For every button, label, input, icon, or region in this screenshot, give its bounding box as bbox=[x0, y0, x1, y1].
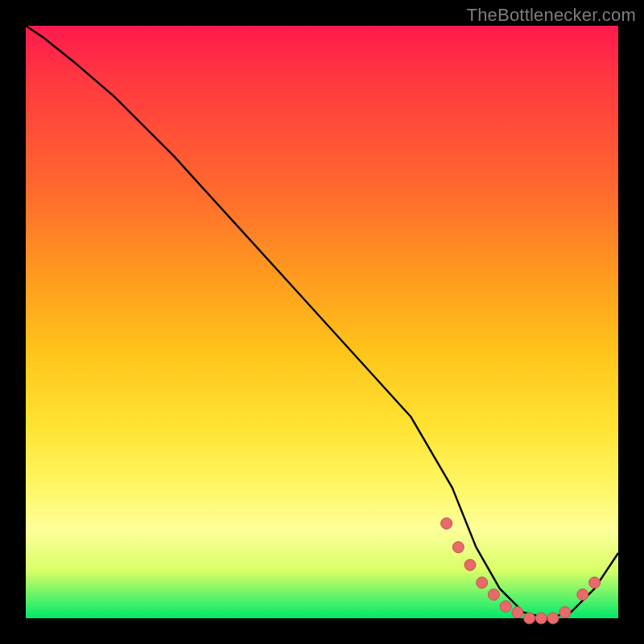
marker-dot bbox=[589, 577, 601, 588]
marker-dot bbox=[577, 589, 588, 601]
marker-dot bbox=[512, 607, 523, 618]
chart-frame: TheBottlenecker.com bbox=[0, 0, 644, 644]
marker-dot bbox=[464, 559, 476, 571]
marker-dot bbox=[535, 613, 547, 624]
marker-dot bbox=[477, 577, 488, 588]
marker-dot bbox=[441, 518, 452, 529]
marker-dot bbox=[524, 613, 535, 624]
marker-dot bbox=[488, 589, 499, 601]
marker-dot bbox=[452, 542, 464, 553]
attribution-text: TheBottlenecker.com bbox=[467, 5, 636, 26]
marker-dot bbox=[559, 607, 571, 618]
marker-dot bbox=[500, 601, 511, 612]
curve-layer bbox=[26, 26, 618, 618]
marker-dot bbox=[547, 613, 559, 624]
bottleneck-curve bbox=[26, 26, 618, 618]
plot-area bbox=[26, 26, 618, 618]
